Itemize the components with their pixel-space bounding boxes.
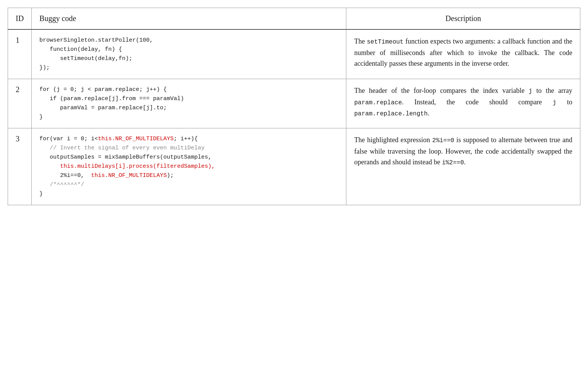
inline-code: setTimeout xyxy=(367,39,403,45)
inline-code: param.replace.length xyxy=(354,110,427,117)
code-comment: /*^^^^^^*/ xyxy=(50,182,84,188)
desc-cell-3: The highlighted expression 2%i==0 is sup… xyxy=(346,128,580,205)
inline-code: param.replace xyxy=(354,99,402,106)
header-id: ID xyxy=(8,8,32,30)
code-highlight: this.NR_OF_MULTIDELAYS xyxy=(98,136,174,142)
inline-code: i%2==0 xyxy=(442,159,464,166)
main-table: ID Buggy code Description 1 browserSingl… xyxy=(8,8,580,205)
header-code: Buggy code xyxy=(32,8,346,30)
code-highlight: this.multiDelays[i].process(filteredSamp… xyxy=(60,163,215,170)
code-highlight: this.NR_OF_MULTIDELAYS xyxy=(91,172,167,179)
code-cell-1: browserSingleton.startPoller(100, functi… xyxy=(32,29,346,79)
desc-cell-1: The setTimeout function expects two argu… xyxy=(346,29,580,79)
table-row: 1 browserSingleton.startPoller(100, func… xyxy=(8,29,580,79)
desc-cell-2: The header of the for-loop compares the … xyxy=(346,79,580,128)
code-cell-3: for(var i = 0; i<this.NR_OF_MULTIDELAYS;… xyxy=(32,128,346,205)
inline-code: j xyxy=(553,99,557,106)
inline-code: 2%i==0 xyxy=(432,137,455,144)
table-row: 3 for(var i = 0; i<this.NR_OF_MULTIDELAY… xyxy=(8,128,580,205)
table-row: 2 for (j = 0; j < param.replace; j++) { … xyxy=(8,79,580,128)
row-id-1: 1 xyxy=(8,29,32,79)
header-description: Description xyxy=(346,8,580,30)
inline-code: j xyxy=(529,88,533,95)
row-id-2: 2 xyxy=(8,79,32,128)
row-id-3: 3 xyxy=(8,128,32,205)
code-cell-2: for (j = 0; j < param.replace; j++) { if… xyxy=(32,79,346,128)
code-comment: // Invert the signal of every even multi… xyxy=(50,145,205,151)
